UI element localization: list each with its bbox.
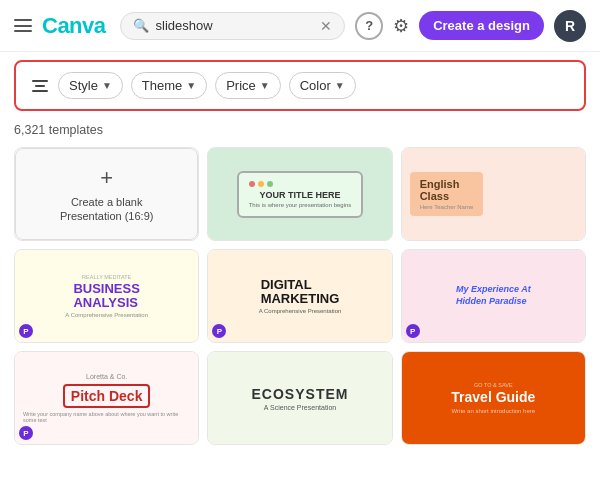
pro-badge: P	[19, 324, 33, 338]
pitch-deck-title: Pitch Deck	[63, 384, 151, 408]
chevron-down-icon: ▼	[335, 80, 345, 91]
filter-bar: Style ▼ Theme ▼ Price ▼ Color ▼	[14, 60, 586, 111]
plus-icon: +	[100, 165, 113, 191]
header: Canva 🔍 ✕ ? ⚙ Create a design R	[0, 0, 600, 52]
travel-guide-top-bar: GO TO & SAVE	[474, 382, 513, 388]
my-experience-template-card[interactable]: My Experience AtHidden Paradise P	[401, 249, 586, 343]
english-class-template-card[interactable]: EnglishClass Here Teacher Name	[401, 147, 586, 241]
blank-template-card[interactable]: + Create a blankPresentation (16:9)	[14, 147, 199, 241]
settings-button[interactable]: ⚙	[393, 15, 409, 37]
digital-marketing-template-card[interactable]: DIGITALMARKETING A Comprehensive Present…	[207, 249, 392, 343]
pitch-deck-sub: Write your company name above about wher…	[23, 411, 190, 423]
search-input[interactable]	[156, 18, 314, 33]
your-title-template-card[interactable]: YOUR TITLE HERE This is where your prese…	[207, 147, 392, 241]
search-icon: 🔍	[133, 18, 149, 33]
hamburger-menu[interactable]	[14, 19, 32, 32]
chevron-down-icon: ▼	[260, 80, 270, 91]
english-class-title: EnglishClass	[420, 178, 474, 202]
template-grid: + Create a blankPresentation (16:9) YOUR…	[0, 143, 600, 449]
chevron-down-icon: ▼	[186, 80, 196, 91]
search-bar: 🔍 ✕	[120, 12, 346, 40]
digital-marketing-sub: A Comprehensive Presentation	[259, 308, 342, 314]
pro-badge: P	[19, 426, 33, 440]
pro-badge: P	[406, 324, 420, 338]
business-analysis-template-card[interactable]: REALLY MEDITATE BUSINESSANALYSIS A Compr…	[14, 249, 199, 343]
your-title-subtitle: This is where your presentation begins	[249, 202, 352, 208]
results-count: 6,321 templates	[0, 119, 600, 143]
header-icons: ? ⚙ Create a design R	[355, 10, 586, 42]
color-filter-button[interactable]: Color ▼	[289, 72, 356, 99]
business-analysis-sub: A Comprehensive Presentation	[65, 312, 148, 318]
canva-logo: Canva	[42, 13, 106, 39]
filter-toggle-button[interactable]	[30, 78, 50, 94]
your-title-text: YOUR TITLE HERE	[249, 190, 352, 200]
style-filter-button[interactable]: Style ▼	[58, 72, 123, 99]
pitch-deck-label: Loretta & Co.	[86, 373, 127, 380]
travel-guide-title: Travel Guide	[451, 390, 535, 405]
price-filter-button[interactable]: Price ▼	[215, 72, 281, 99]
pitch-deck-template-card[interactable]: Loretta & Co. Pitch Deck Write your comp…	[14, 351, 199, 445]
create-design-button[interactable]: Create a design	[419, 11, 544, 40]
travel-guide-sub: Write an short introduction here	[452, 408, 536, 414]
ecosystem-sub: A Science Presentation	[264, 404, 336, 411]
travel-guide-template-card[interactable]: GO TO & SAVE Travel Guide Write an short…	[401, 351, 586, 445]
business-analysis-title: BUSINESSANALYSIS	[73, 282, 139, 311]
ecosystem-title: ECOSYSTEM	[252, 386, 349, 402]
chevron-down-icon: ▼	[102, 80, 112, 91]
help-button[interactable]: ?	[355, 12, 383, 40]
business-analysis-badge: REALLY MEDITATE	[82, 274, 131, 280]
english-class-subtitle: Here Teacher Name	[420, 204, 474, 210]
clear-icon[interactable]: ✕	[320, 18, 332, 34]
digital-marketing-title: DIGITALMARKETING	[261, 278, 340, 307]
avatar[interactable]: R	[554, 10, 586, 42]
pro-badge: P	[212, 324, 226, 338]
theme-filter-button[interactable]: Theme ▼	[131, 72, 207, 99]
my-experience-title: My Experience AtHidden Paradise	[456, 284, 531, 307]
ecosystem-template-card[interactable]: ECOSYSTEM A Science Presentation	[207, 351, 392, 445]
blank-card-label: Create a blankPresentation (16:9)	[60, 195, 154, 224]
